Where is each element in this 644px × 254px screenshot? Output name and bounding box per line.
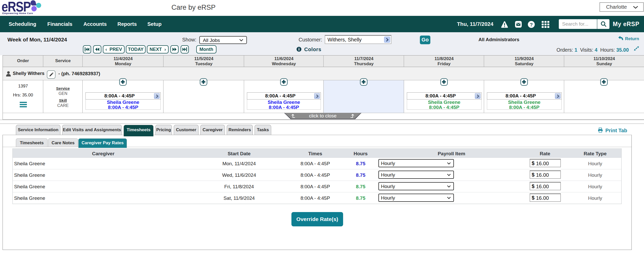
svg-text:?: ?	[530, 22, 533, 27]
